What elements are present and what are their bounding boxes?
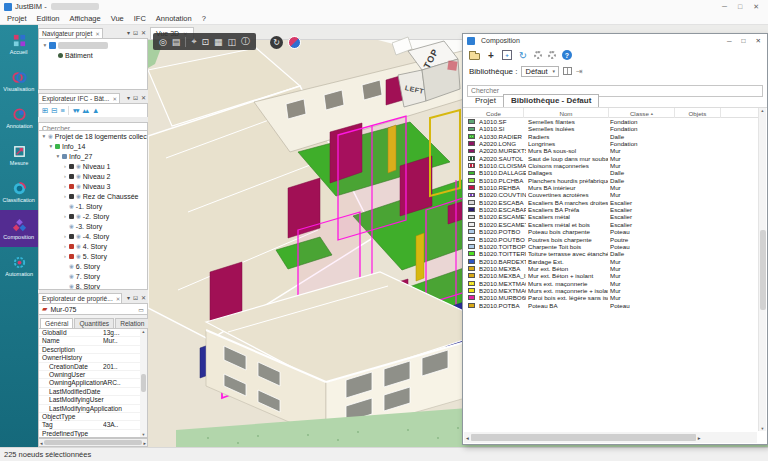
info-icon[interactable]: ⓘ — [241, 35, 250, 48]
composition-row[interactable]: B1020.TOITTERRToiture terrasse avec étan… — [464, 250, 758, 257]
composition-titlebar[interactable]: Composition ─ □ ✕ — [463, 34, 767, 47]
composition-row[interactable]: A2020.SAUTOLSaut de loup dans mur soubas… — [464, 155, 758, 162]
menu-item-6[interactable]: ? — [197, 14, 211, 23]
visibility-box-icon[interactable] — [69, 184, 74, 189]
eye-icon[interactable]: ◉ — [69, 223, 74, 229]
minimize-button[interactable]: ─ — [722, 3, 727, 11]
property-row[interactable]: GlobalId13g... — [39, 329, 147, 337]
property-grid-scrollbar[interactable]: ▴ ▾ — [140, 329, 147, 437]
eye-icon[interactable]: ◉ — [76, 243, 81, 249]
close-panel-icon[interactable]: ✕ — [141, 294, 146, 301]
composition-row[interactable]: B1020.POTBOPoteau bois charpentePoteau — [464, 228, 758, 235]
expand-all-icon[interactable]: ▴▴ — [83, 106, 89, 115]
sidebar-item-classification[interactable]: Classification — [0, 173, 38, 210]
property-row[interactable]: OwningUser — [39, 371, 147, 379]
property-row[interactable]: Description — [39, 346, 147, 354]
float-panel-icon[interactable]: ⊡ — [133, 29, 138, 36]
collapse-all-icon[interactable]: ▾▾ — [73, 106, 79, 115]
library-select[interactable]: Défaut ▾ — [521, 66, 559, 77]
composition-row[interactable]: A2020.LONGLongrinesFondation — [464, 140, 758, 147]
maximize-button[interactable]: □ — [742, 37, 746, 45]
composition-row[interactable]: B1010.PLCHBAPlanchers hourdis préfabriqu… — [464, 177, 758, 184]
close-icon[interactable]: ✕ — [112, 96, 117, 102]
expander-icon[interactable]: › — [61, 253, 69, 259]
expander-icon[interactable]: › — [61, 233, 69, 239]
property-row[interactable]: PredefinedType — [39, 430, 147, 438]
project-tree-item[interactable]: ▾ — [39, 40, 147, 50]
select-icon[interactable]: ⌖ — [191, 36, 196, 47]
eye-icon[interactable]: ◉ — [76, 213, 81, 219]
table-hscrollbar[interactable]: ◂ ▸ — [464, 432, 757, 443]
ifc-tree-item[interactable]: ▾Info_27 — [39, 151, 147, 161]
eye-icon[interactable]: ◉ — [69, 283, 74, 289]
ifc-tree-item[interactable]: ◉-1. Story — [39, 201, 147, 211]
close-button[interactable]: ✕ — [756, 37, 761, 45]
expander-icon[interactable]: ▾ — [41, 42, 49, 48]
column-header-classe[interactable]: Classe▴ — [609, 108, 675, 118]
tree-list-icon[interactable]: ≡ — [61, 106, 64, 115]
tab-explorateur-ifc[interactable]: Explorateur IFC - Bât... ✕ — [38, 93, 120, 103]
eye-icon[interactable]: ◉ — [76, 233, 81, 239]
composition-row[interactable]: B2010.MEXBA_ISMur ext. Béton + isolantMu… — [464, 272, 758, 279]
open-library-icon[interactable] — [469, 53, 480, 60]
close-panel-icon[interactable]: ✕ — [141, 29, 146, 36]
fit-view-icon[interactable]: ⊡ — [201, 37, 209, 47]
close-button[interactable]: ✕ — [753, 3, 759, 11]
composition-row[interactable]: A1010.SFSemelles filantesFondation — [464, 118, 758, 125]
scrollbar-thumb[interactable] — [760, 230, 766, 310]
menu-item-1[interactable]: Edition — [32, 14, 65, 23]
tab-navigateur-projet[interactable]: Navigateur projet ✕ — [38, 28, 103, 38]
sidebar-item-mesure[interactable]: Mesure — [0, 136, 38, 173]
composition-row[interactable]: B1010.DALLAGEDallagesDalle — [464, 169, 758, 176]
visibility-box-icon[interactable] — [69, 214, 74, 219]
property-row[interactable]: OwningApplicationARC.. — [39, 379, 147, 387]
expander-icon[interactable]: ▾ — [54, 153, 62, 159]
composition-row[interactable]: B1020.ESCAMETALEscaliers métalEscalier — [464, 213, 758, 220]
pin-icon[interactable]: ▭ — [138, 306, 144, 313]
visibility-box-icon[interactable] — [55, 144, 60, 149]
ifc-tree-item[interactable]: ›◉Niveau 3 — [39, 181, 147, 191]
composition-tab-1[interactable]: Bibliothèque - Défaut — [503, 94, 599, 107]
scroll-left-icon[interactable]: ◂ — [40, 440, 43, 446]
column-header-objets[interactable]: Objets — [675, 108, 721, 118]
composition-row[interactable]: B1020.ESCABAEscaliers BA marches droites… — [464, 199, 758, 206]
help-icon[interactable]: ? — [562, 50, 572, 60]
composition-row[interactable]: A2020.MUREXTSSOLMurs BA sous-solMur — [464, 147, 758, 154]
sidebar-item-accueil[interactable]: Accueil — [0, 25, 38, 62]
ifc-tree-item[interactable]: ◉6. Story — [39, 261, 147, 271]
ifc-tree-item[interactable]: ›◉-2. Story — [39, 211, 147, 221]
orbit-button[interactable]: ↻ — [270, 36, 283, 49]
property-tab-0[interactable]: Général — [40, 318, 73, 328]
panel-menu-icon[interactable]: ▾ — [127, 94, 130, 101]
sidebar-item-annotation[interactable]: Annotation — [0, 99, 38, 136]
composition-row[interactable]: B1010.CLOISMAC1Cloisons maçonneriesMur — [464, 162, 758, 169]
composition-row[interactable]: B1010.REHBAMurs BA intérieurMur — [464, 184, 758, 191]
ifc-tree-item[interactable]: ›◉Niveau 1 — [39, 161, 147, 171]
expander-icon[interactable]: › — [61, 213, 69, 219]
import-file-icon[interactable]: + — [502, 50, 512, 60]
composition-row[interactable]: B2010.MEXTMACIMurs ext. maçonnerie + iso… — [464, 287, 758, 294]
composition-row[interactable]: B2010.MEXBAMur ext. BétonMur — [464, 265, 758, 272]
ifc-tree-item[interactable]: ◉7. Story — [39, 271, 147, 281]
column-header-nom[interactable]: Nom — [524, 108, 609, 118]
tree-flat-icon[interactable]: ⊞ — [42, 106, 47, 115]
composition-row[interactable]: A1030.RADIERRadiersDalle — [464, 133, 758, 140]
render-mode-icon[interactable]: ◎ — [159, 37, 167, 47]
composition-tab-0[interactable]: Projet — [468, 95, 503, 107]
ifc-tree-item[interactable]: ◉8. Story — [39, 281, 147, 290]
scroll-to-top-icon[interactable]: ▲ — [92, 106, 98, 115]
sidebar-item-automation[interactable]: Automation — [0, 247, 38, 284]
sidebar-item-composition[interactable]: Composition — [0, 210, 38, 247]
visibility-box-icon[interactable] — [69, 244, 74, 249]
ifc-tree-item[interactable]: ›◉-4. Story — [39, 231, 147, 241]
ifc-tree-item[interactable]: ▾Info_14 — [39, 141, 147, 151]
composition-row[interactable]: B2010.POTBAPoteau BAPoteau — [464, 302, 758, 309]
composition-row[interactable]: B1020.ESCABAPREscaliers BA PréfaEscalier — [464, 206, 758, 213]
composition-row[interactable]: A1010.SISemelles isoléesFondation — [464, 125, 758, 132]
navigation-cube[interactable]: TOP LEFT — [392, 35, 468, 119]
scroll-up-icon[interactable]: ▴ — [761, 108, 763, 113]
tree-hierarchy-icon[interactable]: ⊟ — [51, 106, 56, 115]
color-mode-button[interactable] — [288, 36, 301, 49]
property-row[interactable]: LastModifyingApplication — [39, 405, 147, 413]
property-tab-2[interactable]: Relation — [115, 318, 149, 328]
